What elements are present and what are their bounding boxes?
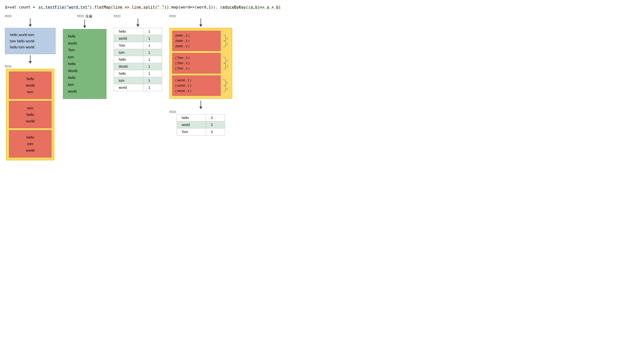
rdd2-label: RDD <box>5 64 12 68</box>
rdd1-line3: hello tom world <box>10 45 34 49</box>
partition-2: tomhelloworld <box>9 101 52 128</box>
group-tom: ( Tom , 1 )( Tom , 1 )( Tom , 1 ) 2 3 <box>172 53 229 73</box>
group-world-box: ( world , 1 )( world , 1 )( world , 1 ) <box>172 76 221 96</box>
arrow-6 <box>199 100 202 109</box>
table-row: World1 <box>114 63 162 70</box>
arrow-5 <box>199 18 202 27</box>
svg-text:3: 3 <box>226 88 228 90</box>
code-part-2: flatMap(line => line.split(" ")) <box>94 5 169 10</box>
table-row: tom1 <box>114 49 162 56</box>
col-2: RDD 压扁 helloworldTomtomhelloWorldhelloto… <box>63 14 106 99</box>
flatten-label: 压扁 <box>86 14 92 18</box>
arrow-1 <box>29 18 32 27</box>
svg-text:2: 2 <box>226 82 228 84</box>
table-row: hello1 <box>114 70 162 77</box>
code-dot-1: . <box>92 5 94 10</box>
rdd5-label: RDD <box>169 14 176 18</box>
code-part-3: map(word=>(word,1)). <box>171 5 218 10</box>
partition-1: helloworldtom <box>9 72 52 99</box>
partition-3: hellotomworld <box>9 130 52 158</box>
rdd4-table: hello1 world1 Tom1 tom1 hello1 World1 he… <box>114 28 162 91</box>
rdd1-label: RDD <box>5 14 12 18</box>
table-row: hello1 <box>114 56 162 63</box>
code-part-1: sc.testFile("word.txt") <box>38 5 92 10</box>
rdd1-line2: tom hello world <box>10 39 34 43</box>
svg-text:2: 2 <box>226 59 228 62</box>
svg-text:3: 3 <box>226 43 228 46</box>
group-hello: (hello , 1 )(hello , 1 )(hello , 1 ) 2 3 <box>172 31 229 51</box>
rdd4-label: RDD <box>114 14 120 18</box>
group-world: ( world , 1 )( world , 1 )( world , 1 ) … <box>172 76 229 96</box>
table-row: world1 <box>114 84 162 91</box>
rdd6-label: RDD <box>169 110 176 114</box>
table-row: hello3 <box>177 114 225 121</box>
rdd2-box: helloworldtom tomhelloworld hellotomworl… <box>6 69 54 160</box>
rdd1-box: hello world tom tom hello world hello to… <box>5 28 56 54</box>
rdd6-table: hello3 world3 Tom3 <box>176 114 225 136</box>
col-1: RDD hello world tom tom hello world hell… <box>5 14 56 160</box>
rdd3-box: helloworldTomtomhelloWorldhellotomworld <box>63 29 106 99</box>
code-part-4: reduceByKey((a,b)=> a + b) <box>220 5 281 10</box>
col-4: RDD (hello , 1 )(hello , 1 )(hello , 1 )… <box>169 14 232 136</box>
prompt: $>val count = <box>5 5 38 10</box>
table-row: world1 <box>114 35 162 42</box>
bracket-world: 2 3 <box>222 78 229 93</box>
svg-text:2: 2 <box>226 37 228 40</box>
table-row: tom1 <box>114 77 162 84</box>
diagram-area: RDD hello world tom tom hello world hell… <box>5 14 317 160</box>
rdd5-box: (hello , 1 )(hello , 1 )(hello , 1 ) 2 3… <box>169 28 232 99</box>
rdd3-label: RDD <box>77 14 84 18</box>
bracket-tom: 2 3 <box>222 56 229 70</box>
code-dot-2: . <box>169 5 171 10</box>
svg-text:3: 3 <box>226 65 228 68</box>
code-line: $>val count = sc.testFile("word.txt").fl… <box>5 5 317 10</box>
group-hello-box: (hello , 1 )(hello , 1 )(hello , 1 ) <box>172 31 221 51</box>
bracket-hello: 2 3 <box>222 34 229 48</box>
arrow-3 <box>83 20 86 28</box>
arrow-2 <box>29 55 32 64</box>
rdd1-line1: hello world tom <box>10 33 34 37</box>
group-tom-box: ( Tom , 1 )( Tom , 1 )( Tom , 1 ) <box>172 53 221 73</box>
arrow-4 <box>136 18 139 27</box>
col-3: RDD hello1 world1 Tom1 tom1 hello1 World… <box>114 14 162 91</box>
table-row: Tom3 <box>177 128 225 135</box>
table-row: Tom1 <box>114 42 162 49</box>
main-container: $>val count = sc.testFile("word.txt").fl… <box>5 5 317 160</box>
table-row: hello1 <box>114 28 162 35</box>
table-row: world3 <box>177 121 225 128</box>
